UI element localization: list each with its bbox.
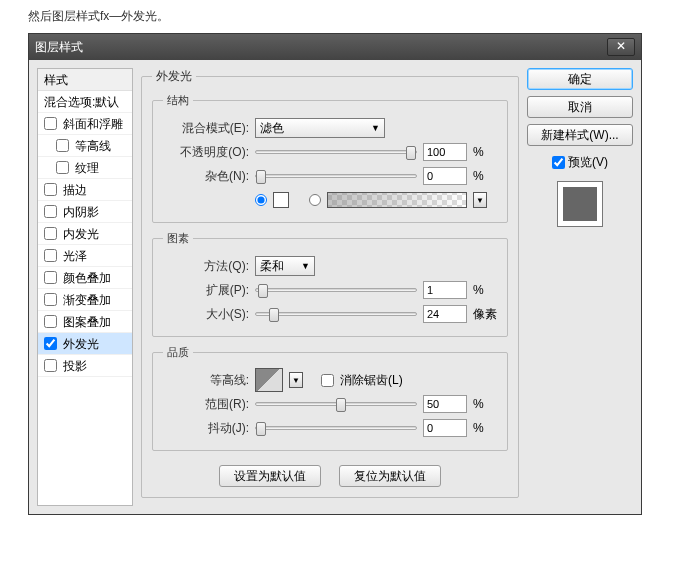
sidebar-checkbox-4[interactable] bbox=[44, 205, 57, 218]
sidebar-header-styles[interactable]: 样式 bbox=[38, 69, 132, 91]
quality-legend: 品质 bbox=[163, 345, 193, 360]
preview-checkbox[interactable] bbox=[552, 156, 565, 169]
elements-legend: 图素 bbox=[163, 231, 193, 246]
range-input[interactable] bbox=[423, 395, 467, 413]
spread-unit: % bbox=[473, 283, 497, 297]
noise-unit: % bbox=[473, 169, 497, 183]
gradient-dropdown-arrow[interactable]: ▼ bbox=[473, 192, 487, 208]
color-swatch[interactable] bbox=[273, 192, 289, 208]
size-slider[interactable] bbox=[255, 312, 417, 316]
sidebar-checkbox-3[interactable] bbox=[44, 183, 57, 196]
range-unit: % bbox=[473, 397, 497, 411]
sidebar-label-5: 内发光 bbox=[63, 223, 99, 245]
sidebar-label-8: 渐变叠加 bbox=[63, 289, 111, 311]
blend-mode-label: 混合模式(E): bbox=[163, 120, 249, 137]
sidebar-item-1[interactable]: 等高线 bbox=[38, 135, 132, 157]
sidebar-item-8[interactable]: 渐变叠加 bbox=[38, 289, 132, 311]
sidebar-checkbox-0[interactable] bbox=[44, 117, 57, 130]
size-input[interactable] bbox=[423, 305, 467, 323]
sidebar-item-5[interactable]: 内发光 bbox=[38, 223, 132, 245]
preview-label: 预览(V) bbox=[568, 154, 608, 171]
opacity-input[interactable] bbox=[423, 143, 467, 161]
spread-input[interactable] bbox=[423, 281, 467, 299]
range-label: 范围(R): bbox=[163, 396, 249, 413]
noise-label: 杂色(N): bbox=[163, 168, 249, 185]
sidebar-item-10[interactable]: 外发光 bbox=[38, 333, 132, 355]
chevron-down-icon: ▼ bbox=[301, 261, 310, 271]
sidebar-label-0: 斜面和浮雕 bbox=[63, 113, 123, 135]
sidebar-label-9: 图案叠加 bbox=[63, 311, 111, 333]
sidebar-label-7: 颜色叠加 bbox=[63, 267, 111, 289]
sidebar-item-7[interactable]: 颜色叠加 bbox=[38, 267, 132, 289]
panel-title: 外发光 bbox=[152, 68, 196, 85]
antialias-checkbox[interactable] bbox=[321, 374, 334, 387]
instruction-text: 然后图层样式fx—外发光。 bbox=[0, 0, 690, 33]
sidebar-label-10: 外发光 bbox=[63, 333, 99, 355]
sidebar-item-6[interactable]: 光泽 bbox=[38, 245, 132, 267]
structure-legend: 结构 bbox=[163, 93, 193, 108]
make-default-button[interactable]: 设置为默认值 bbox=[219, 465, 321, 487]
sidebar-item-11[interactable]: 投影 bbox=[38, 355, 132, 377]
sidebar-item-9[interactable]: 图案叠加 bbox=[38, 311, 132, 333]
gradient-radio[interactable] bbox=[309, 194, 321, 206]
jitter-label: 抖动(J): bbox=[163, 420, 249, 437]
styles-sidebar: 样式 混合选项:默认 斜面和浮雕等高线纹理描边内阴影内发光光泽颜色叠加渐变叠加图… bbox=[37, 68, 133, 506]
sidebar-checkbox-10[interactable] bbox=[44, 337, 57, 350]
preview-thumbnail bbox=[557, 181, 603, 227]
sidebar-item-4[interactable]: 内阴影 bbox=[38, 201, 132, 223]
sidebar-blend-defaults[interactable]: 混合选项:默认 bbox=[38, 91, 132, 113]
size-label: 大小(S): bbox=[163, 306, 249, 323]
sidebar-checkbox-11[interactable] bbox=[44, 359, 57, 372]
opacity-unit: % bbox=[473, 145, 497, 159]
sidebar-label-4: 内阴影 bbox=[63, 201, 99, 223]
contour-label: 等高线: bbox=[163, 372, 249, 389]
reset-default-button[interactable]: 复位为默认值 bbox=[339, 465, 441, 487]
gradient-picker[interactable] bbox=[327, 192, 467, 208]
opacity-slider[interactable] bbox=[255, 150, 417, 154]
jitter-slider[interactable] bbox=[255, 426, 417, 430]
close-button[interactable]: ✕ bbox=[607, 38, 635, 56]
color-radio[interactable] bbox=[255, 194, 267, 206]
dialog-buttons: 确定 取消 新建样式(W)... 预览(V) bbox=[527, 68, 633, 506]
window-title: 图层样式 bbox=[35, 39, 607, 56]
blend-mode-dropdown[interactable]: 滤色 ▼ bbox=[255, 118, 385, 138]
technique-label: 方法(Q): bbox=[163, 258, 249, 275]
cancel-button[interactable]: 取消 bbox=[527, 96, 633, 118]
sidebar-item-2[interactable]: 纹理 bbox=[38, 157, 132, 179]
technique-dropdown[interactable]: 柔和 ▼ bbox=[255, 256, 315, 276]
sidebar-checkbox-6[interactable] bbox=[44, 249, 57, 262]
titlebar: 图层样式 ✕ bbox=[29, 34, 641, 60]
jitter-unit: % bbox=[473, 421, 497, 435]
contour-picker[interactable] bbox=[255, 368, 283, 392]
sidebar-checkbox-8[interactable] bbox=[44, 293, 57, 306]
antialias-label: 消除锯齿(L) bbox=[340, 372, 403, 389]
sidebar-checkbox-1[interactable] bbox=[56, 139, 69, 152]
sidebar-checkbox-7[interactable] bbox=[44, 271, 57, 284]
opacity-label: 不透明度(O): bbox=[163, 144, 249, 161]
contour-dropdown-arrow[interactable]: ▼ bbox=[289, 372, 303, 388]
sidebar-checkbox-2[interactable] bbox=[56, 161, 69, 174]
chevron-down-icon: ▼ bbox=[371, 123, 380, 133]
sidebar-item-3[interactable]: 描边 bbox=[38, 179, 132, 201]
sidebar-label-2: 纹理 bbox=[75, 157, 99, 179]
sidebar-label-6: 光泽 bbox=[63, 245, 87, 267]
spread-label: 扩展(P): bbox=[163, 282, 249, 299]
ok-button[interactable]: 确定 bbox=[527, 68, 633, 90]
noise-input[interactable] bbox=[423, 167, 467, 185]
settings-panel: 外发光 结构 混合模式(E): 滤色 ▼ 不透明度(O): % bbox=[141, 68, 519, 506]
sidebar-label-1: 等高线 bbox=[75, 135, 111, 157]
jitter-input[interactable] bbox=[423, 419, 467, 437]
new-style-button[interactable]: 新建样式(W)... bbox=[527, 124, 633, 146]
sidebar-checkbox-5[interactable] bbox=[44, 227, 57, 240]
range-slider[interactable] bbox=[255, 402, 417, 406]
noise-slider[interactable] bbox=[255, 174, 417, 178]
sidebar-item-0[interactable]: 斜面和浮雕 bbox=[38, 113, 132, 135]
layer-style-dialog: 图层样式 ✕ 样式 混合选项:默认 斜面和浮雕等高线纹理描边内阴影内发光光泽颜色… bbox=[28, 33, 642, 515]
sidebar-label-3: 描边 bbox=[63, 179, 87, 201]
spread-slider[interactable] bbox=[255, 288, 417, 292]
sidebar-checkbox-9[interactable] bbox=[44, 315, 57, 328]
size-unit: 像素 bbox=[473, 306, 497, 323]
sidebar-label-11: 投影 bbox=[63, 355, 87, 377]
